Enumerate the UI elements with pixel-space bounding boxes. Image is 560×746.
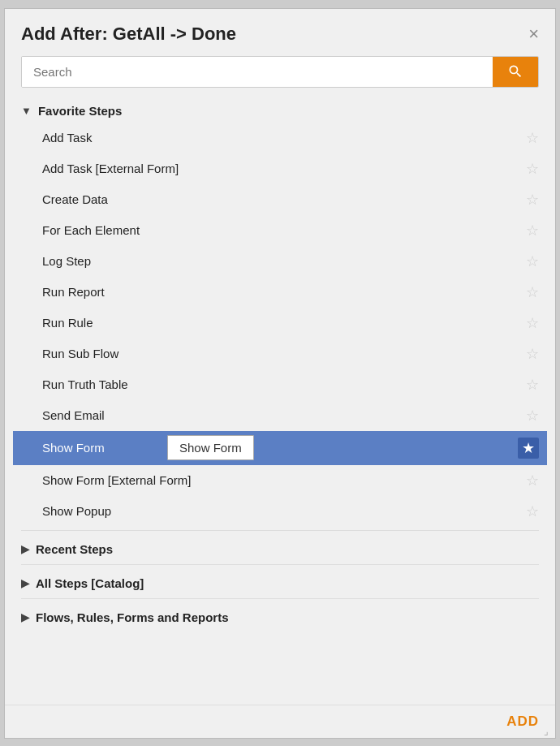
close-button[interactable]: × xyxy=(528,25,539,43)
resize-handle[interactable]: ⌟ xyxy=(544,727,554,736)
star-run-truth-table[interactable]: ☆ xyxy=(526,376,539,394)
star-add-task-external[interactable]: ☆ xyxy=(526,160,539,178)
all-steps-arrow: ▶ xyxy=(21,577,29,589)
star-run-sub-flow[interactable]: ☆ xyxy=(526,345,539,363)
list-item-run-rule[interactable]: Run Rule ☆ xyxy=(13,308,547,339)
section-favorite-steps[interactable]: ▼ Favorite Steps xyxy=(13,96,547,123)
list-item-add-task[interactable]: Add Task ☆ xyxy=(13,123,547,153)
list-item-for-each-element[interactable]: For Each Element ☆ xyxy=(13,215,547,246)
show-form-tooltip: Show Form xyxy=(167,435,254,460)
favorite-steps-arrow: ▼ xyxy=(21,105,32,117)
section-flows-rules[interactable]: ▶ Flows, Rules, Forms and Reports xyxy=(13,602,547,629)
item-label-show-form: Show Form xyxy=(42,441,511,455)
list-item-run-sub-flow[interactable]: Run Sub Flow ☆ xyxy=(13,339,547,369)
item-label-run-rule: Run Rule xyxy=(42,316,519,330)
all-steps-label: All Steps [Catalog] xyxy=(36,576,144,590)
star-run-report[interactable]: ☆ xyxy=(526,283,539,301)
list-item-show-form[interactable]: Show Form Show Form ★ xyxy=(13,431,547,465)
dialog-footer: ADD xyxy=(5,705,555,738)
item-label-run-report: Run Report xyxy=(42,285,519,299)
star-add-task[interactable]: ☆ xyxy=(526,129,539,147)
item-label-log-step: Log Step xyxy=(42,254,519,268)
list-item-send-email[interactable]: Send Email ☆ xyxy=(13,400,547,431)
star-send-email[interactable]: ☆ xyxy=(526,407,539,425)
section-all-steps[interactable]: ▶ All Steps [Catalog] xyxy=(13,568,547,595)
item-label-send-email: Send Email xyxy=(42,408,519,422)
favorite-steps-label: Favorite Steps xyxy=(38,104,122,118)
divider-3 xyxy=(21,598,539,599)
star-show-form[interactable]: ★ xyxy=(518,438,539,459)
add-step-dialog: Add After: GetAll -> Done × ▼ Favorite S… xyxy=(4,8,556,739)
dialog-header: Add After: GetAll -> Done × xyxy=(5,9,555,56)
star-show-form-external[interactable]: ☆ xyxy=(526,472,539,489)
flows-rules-arrow: ▶ xyxy=(21,611,29,623)
flows-rules-label: Flows, Rules, Forms and Reports xyxy=(36,610,229,624)
item-label-show-form-external: Show Form [External Form] xyxy=(42,473,519,487)
search-button[interactable] xyxy=(493,57,538,87)
search-input[interactable] xyxy=(22,57,493,87)
list-item-create-data[interactable]: Create Data ☆ xyxy=(13,184,547,215)
scrollable-list[interactable]: ▼ Favorite Steps Add Task ☆ Add Task [Ex… xyxy=(5,96,555,705)
star-for-each-element[interactable]: ☆ xyxy=(526,222,539,239)
item-label-create-data: Create Data xyxy=(42,192,519,206)
divider-1 xyxy=(21,530,539,531)
list-item-show-popup[interactable]: Show Popup ☆ xyxy=(13,496,547,527)
list-item-add-task-external[interactable]: Add Task [External Form] ☆ xyxy=(13,153,547,184)
section-recent-steps[interactable]: ▶ Recent Steps xyxy=(13,534,547,561)
dialog-title: Add After: GetAll -> Done xyxy=(21,24,236,45)
list-item-log-step[interactable]: Log Step ☆ xyxy=(13,246,547,277)
item-label-show-popup: Show Popup xyxy=(42,504,519,518)
divider-2 xyxy=(21,564,539,565)
list-item-show-form-external[interactable]: Show Form [External Form] ☆ xyxy=(13,465,547,496)
search-bar xyxy=(21,56,539,88)
list-area: ▼ Favorite Steps Add Task ☆ Add Task [Ex… xyxy=(5,96,555,705)
recent-steps-label: Recent Steps xyxy=(36,542,113,556)
item-label-run-truth-table: Run Truth Table xyxy=(42,377,519,391)
add-button[interactable]: ADD xyxy=(506,714,539,730)
star-show-popup[interactable]: ☆ xyxy=(526,502,539,520)
item-label-for-each-element: For Each Element xyxy=(42,223,519,237)
recent-steps-arrow: ▶ xyxy=(21,543,29,555)
star-log-step[interactable]: ☆ xyxy=(526,252,539,270)
star-create-data[interactable]: ☆ xyxy=(526,191,539,209)
list-item-run-truth-table[interactable]: Run Truth Table ☆ xyxy=(13,369,547,400)
item-label-add-task: Add Task xyxy=(42,131,519,144)
star-run-rule[interactable]: ☆ xyxy=(526,314,539,332)
list-item-run-report[interactable]: Run Report ☆ xyxy=(13,277,547,308)
item-label-add-task-external: Add Task [External Form] xyxy=(42,162,519,175)
item-label-run-sub-flow: Run Sub Flow xyxy=(42,347,519,360)
search-icon xyxy=(507,63,523,80)
